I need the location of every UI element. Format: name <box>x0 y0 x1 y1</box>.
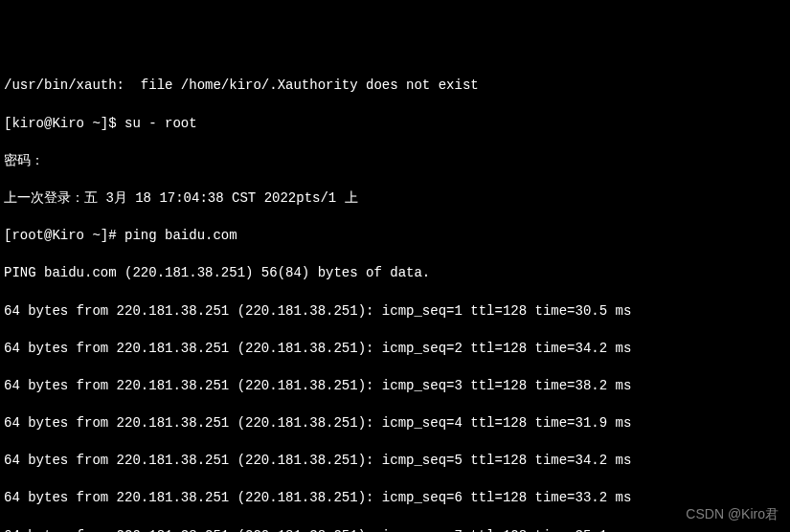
user-prompt: [kiro@Kiro ~]$ <box>4 116 124 131</box>
ping-header: PING baidu.com (220.181.38.251) 56(84) b… <box>4 264 786 283</box>
root-prompt: [root@Kiro ~]# <box>4 228 124 243</box>
watermark: CSDN @Kiro君 <box>686 505 779 524</box>
xauth-warning: /usr/bin/xauth: file /home/kiro/.Xauthor… <box>4 77 786 96</box>
ping-command: ping baidu.com <box>124 228 237 243</box>
ping-reply: 64 bytes from 220.181.38.251 (220.181.38… <box>4 527 786 532</box>
root-prompt-line[interactable]: [root@Kiro ~]# ping baidu.com <box>4 227 786 246</box>
ping-reply: 64 bytes from 220.181.38.251 (220.181.38… <box>4 452 786 471</box>
ping-reply: 64 bytes from 220.181.38.251 (220.181.38… <box>4 340 786 359</box>
su-command: su - root <box>124 116 197 131</box>
ping-reply: 64 bytes from 220.181.38.251 (220.181.38… <box>4 489 786 508</box>
user-prompt-line[interactable]: [kiro@Kiro ~]$ su - root <box>4 115 786 134</box>
ping-reply: 64 bytes from 220.181.38.251 (220.181.38… <box>4 377 786 396</box>
ping-reply: 64 bytes from 220.181.38.251 (220.181.38… <box>4 414 786 433</box>
password-prompt[interactable]: 密码： <box>4 152 786 171</box>
ping-reply: 64 bytes from 220.181.38.251 (220.181.38… <box>4 302 786 321</box>
last-login: 上一次登录：五 3月 18 17:04:38 CST 2022pts/1 上 <box>4 189 786 209</box>
